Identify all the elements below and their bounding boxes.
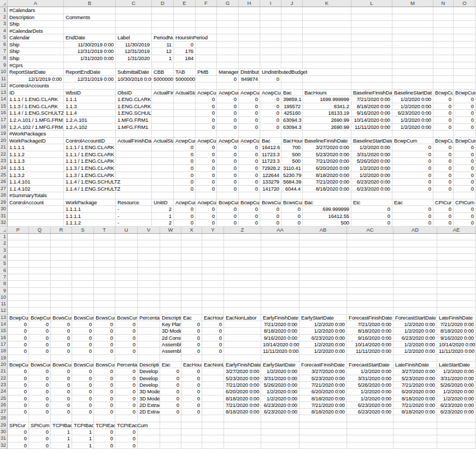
cell-AB3[interactable] [299, 247, 347, 254]
cell-AC2[interactable] [347, 240, 393, 247]
cell-V9[interactable] [138, 288, 160, 294]
cell-W22[interactable]: 0 [160, 375, 181, 382]
cell-AD29[interactable] [393, 422, 437, 429]
cell-Q24[interactable]: 0 [29, 388, 51, 395]
cell-Z10[interactable] [224, 294, 261, 301]
cell-AC1[interactable] [347, 234, 393, 240]
cell-I32[interactable]: 0 [260, 220, 281, 227]
cell-E9[interactable] [174, 62, 196, 69]
top-row-header-30[interactable]: 30 [0, 206, 8, 213]
cell-Q10[interactable] [29, 294, 51, 301]
cell-J9[interactable] [281, 62, 303, 69]
cell-M4[interactable] [392, 28, 433, 35]
cell-G16[interactable]: 0 [217, 110, 239, 117]
cell-F31[interactable]: 0 [196, 213, 217, 220]
top-row-header-13[interactable]: 13 [0, 90, 8, 97]
cell-G3[interactable] [217, 21, 239, 28]
cell-E14[interactable] [174, 96, 196, 103]
cell-O32[interactable]: 0 [454, 220, 476, 227]
cell-Z28[interactable] [224, 415, 261, 422]
cell-K10[interactable] [303, 69, 351, 76]
cell-K8[interactable] [303, 55, 351, 62]
cell-M31[interactable]: 0 [392, 213, 433, 220]
cell-W25[interactable]: 0 [160, 395, 181, 402]
cell-D29[interactable]: UnitID [152, 199, 174, 206]
cell-AA10[interactable] [261, 294, 299, 301]
cell-M8[interactable] [392, 55, 433, 62]
cell-J27[interactable]: 6044.4 [281, 186, 303, 193]
column-header-A[interactable]: A [8, 0, 64, 7]
cell-B22[interactable]: 1.1.1 / 1.ENG.CLARK [64, 151, 116, 158]
cell-T5[interactable] [94, 261, 115, 267]
cell-AE30[interactable] [437, 429, 476, 435]
cell-AB31[interactable] [299, 435, 347, 442]
cell-M14[interactable]: 1/2/2020 0:00 [392, 96, 433, 103]
cell-N32[interactable]: 0 [433, 220, 454, 227]
cell-I9[interactable] [260, 62, 281, 69]
cell-W2[interactable] [160, 240, 181, 247]
cell-K5[interactable] [303, 34, 351, 42]
cell-R29[interactable]: TCPIBacC [51, 422, 72, 429]
cell-AD11[interactable] [393, 301, 437, 308]
cell-M10[interactable] [392, 69, 433, 76]
cell-C6[interactable]: 11/30/2019 [116, 42, 152, 49]
bottom-row-header-19[interactable]: 19 [0, 355, 8, 362]
cell-D10[interactable]: CBB [152, 69, 174, 76]
cell-X21[interactable]: 0 [181, 368, 202, 375]
cell-N21[interactable]: 0 [433, 144, 454, 151]
cell-A20[interactable]: WorkPackageID [8, 138, 64, 145]
cell-M24[interactable]: 0 [392, 165, 433, 172]
cell-T1[interactable] [94, 234, 115, 240]
cell-D16[interactable] [152, 110, 174, 117]
cell-AB20[interactable]: ForecastFinishDate [299, 362, 347, 368]
cell-AE31[interactable] [437, 435, 476, 442]
bottom-row-header-8[interactable]: 8 [0, 281, 8, 287]
cell-B3[interactable] [64, 21, 116, 28]
cell-J13[interactable]: Bac [281, 90, 303, 97]
cell-U8[interactable] [115, 281, 138, 287]
cell-N8[interactable] [433, 55, 454, 62]
cell-Y28[interactable] [202, 415, 224, 422]
bottom-select-all-corner[interactable] [0, 227, 8, 233]
cell-D9[interactable] [152, 62, 174, 69]
bottom-row-header-5[interactable]: 5 [0, 261, 8, 267]
cell-M5[interactable] [392, 34, 433, 42]
cell-T4[interactable] [94, 254, 115, 261]
cell-AC18[interactable]: 11/11/2020 0:00 [347, 348, 393, 355]
cell-E13[interactable]: ActualSta [174, 90, 196, 97]
cell-B31[interactable]: 1.1.1.1 [64, 213, 116, 220]
cell-V5[interactable] [138, 261, 160, 267]
cell-W27[interactable]: 0 [160, 409, 181, 415]
cell-A16[interactable]: 1.1.4 / 1.ENG.SCHULTZ [8, 110, 64, 117]
cell-D7[interactable]: 12 [152, 48, 174, 55]
cell-P21[interactable]: 0 [8, 368, 29, 375]
cell-W10[interactable] [160, 294, 181, 301]
cell-I27[interactable]: 141720 [260, 186, 281, 193]
cell-H6[interactable] [239, 42, 260, 49]
cell-AC9[interactable] [347, 288, 393, 294]
cell-G18[interactable]: 0 [217, 124, 239, 131]
cell-U16[interactable]: 0 [115, 335, 138, 341]
cell-S32[interactable]: 1 [72, 442, 94, 449]
cell-U19[interactable] [115, 355, 138, 362]
cell-W32[interactable] [160, 442, 181, 449]
column-header-AD[interactable]: AD [393, 227, 437, 233]
cell-AD24[interactable]: 6/20/2020 0:00 [393, 388, 437, 395]
cell-A31[interactable] [8, 213, 64, 220]
bottom-row-header-20[interactable]: 20 [0, 362, 8, 368]
cell-AB23[interactable]: 7/21/2020 0:00 [299, 382, 347, 388]
cell-W5[interactable] [160, 261, 181, 267]
cell-B12[interactable] [64, 82, 116, 90]
cell-A23[interactable]: 1.1.1.3 [8, 158, 64, 165]
cell-AB11[interactable] [299, 301, 347, 308]
cell-L14[interactable]: 7/21/2020 0:00 [351, 96, 392, 103]
cell-D22[interactable] [152, 151, 174, 158]
cell-H1[interactable] [239, 7, 260, 14]
cell-X16[interactable]: 0 [181, 335, 202, 341]
cell-U5[interactable] [115, 261, 138, 267]
cell-Z13[interactable]: EacNonLabor [224, 315, 261, 321]
cell-Y30[interactable] [202, 429, 224, 435]
cell-O7[interactable] [454, 48, 476, 55]
cell-S8[interactable] [72, 281, 94, 287]
cell-K1[interactable] [303, 7, 351, 14]
